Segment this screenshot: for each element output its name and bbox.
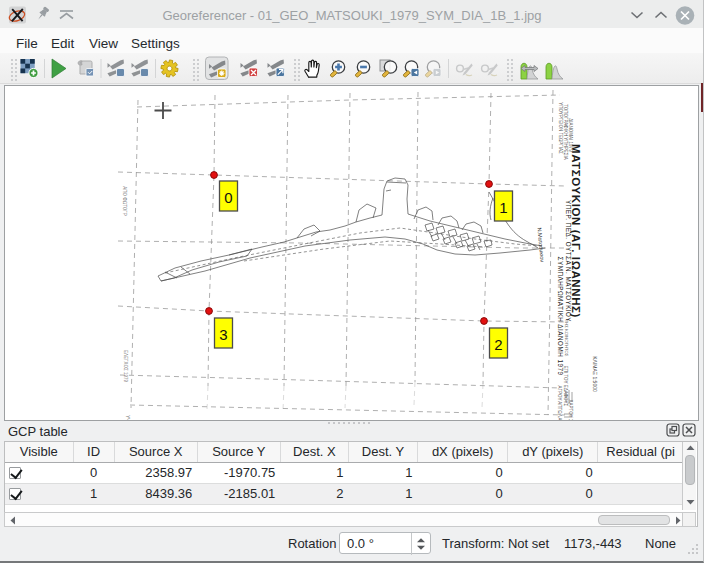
svg-text:ΕΠΙ ΤΟΥ ΕΔΑΦΟΥΣ: ΕΠΙ ΤΟΥ ΕΔΑΦΟΥΣ	[563, 366, 568, 407]
svg-text:1: 1	[499, 199, 507, 216]
svg-text:ΤΟΠΟΓΡΑΦΙΚΗ ΥΠΗΡΕΣΙΑ: ΤΟΠΟΓΡΑΦΙΚΗ ΥΠΗΡΕΣΙΑ	[563, 104, 568, 160]
svg-text:ΚΛΙΜΑΞ 1:5000: ΚΛΙΜΑΞ 1:5000	[592, 356, 598, 392]
svg-text:3: 3	[219, 326, 227, 343]
svg-text:2: 2	[494, 336, 502, 353]
svg-text:ΣΥΜΠΛΗΡΩΜΑΤΙΚΗ ΔΙΑΝΟΜΗ 1979: ΣΥΜΠΛΗΡΩΜΑΤΙΚΗ ΔΙΑΝΟΜΗ 1979	[557, 257, 564, 376]
svg-text:ΑΓΡΟΥ ΑΠΤΩΛ ΑΧΥ: ΑΓΡΟΥ ΑΠΤΩΛ ΑΧΥ	[557, 386, 562, 420]
svg-text:ΥΠΕΡ. ΠΕΔ. ΟΥΤΣΑ Ν. ΜΑΤΣΟΥΚΙΟΥ: ΥΠΕΡ. ΠΕΔ. ΟΥΤΣΑ Ν. ΜΑΤΣΟΥΚΙΟΥ	[565, 200, 572, 322]
svg-text:ΥΠΟΥΡΓΕΙΟΝ ΓΕΩΡΓΙΑΣ: ΥΠΟΥΡΓΕΙΟΝ ΓΕΩΡΓΙΑΣ	[558, 102, 563, 154]
svg-text:ΕΛΕΓΧΟΣ 1979: ΕΛΕΓΧΟΣ 1979	[123, 350, 128, 383]
svg-text:ΥΨΟΜΕΤΡΑ 79: ΥΨΟΜΕΤΡΑ 79	[125, 415, 130, 420]
svg-text:ΔΙΑΝΟΜΑΙ 1979: ΔΙΑΝΟΜΑΙ 1979	[568, 118, 573, 152]
svg-text:ΑΠΟ ΦΩΤΟΓΡ: ΑΠΟ ΦΩΤΟΓΡ	[122, 186, 127, 216]
svg-text:ΤΗΣ ΚΟΙΝΟΤΗΤΟΣ: ΤΗΣ ΚΟΙΝΟΤΗΤΟΣ	[564, 320, 569, 357]
svg-text:0: 0	[224, 189, 232, 206]
